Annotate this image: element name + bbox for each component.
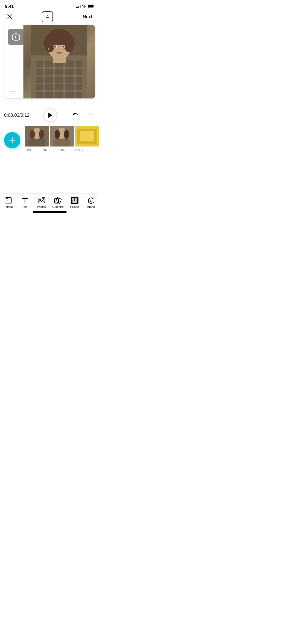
home-indicator	[33, 211, 67, 213]
svg-point-30	[30, 130, 35, 139]
ruler-dot-1	[31, 149, 33, 152]
ruler-mark-3: 0:06	[75, 149, 81, 152]
slide-more-button[interactable]: ···	[9, 88, 16, 95]
svg-rect-54	[72, 198, 74, 201]
svg-point-21	[54, 46, 56, 48]
next-button[interactable]: Next	[81, 12, 94, 22]
svg-text:L: L	[15, 35, 17, 39]
svg-rect-1	[88, 5, 93, 7]
svg-point-31	[39, 130, 44, 139]
svg-point-24	[48, 48, 49, 50]
toolbar-items: Format Text Ph	[0, 194, 99, 210]
svg-rect-55	[75, 198, 77, 201]
svg-text:L: L	[90, 199, 92, 202]
brand-icon: L	[87, 197, 95, 204]
svg-rect-37	[53, 139, 70, 147]
playback-actions	[71, 110, 95, 120]
timeline-ruler: 0:00 0:02 0:04 0:06	[25, 147, 99, 154]
playback-controls: 0:00.03/0:12	[4, 106, 95, 124]
wifi-icon	[82, 4, 86, 9]
photos-icon	[38, 197, 45, 204]
canvas-area: L	[0, 22, 99, 101]
ruler-mark-0: 0:00	[25, 149, 31, 152]
graphics-icon	[54, 197, 62, 204]
photos-label: Photos	[37, 205, 46, 208]
undo-button[interactable]	[71, 110, 81, 120]
svg-rect-56	[72, 201, 77, 203]
ruler-dot-3	[64, 149, 67, 152]
ruler-mark-2: 0:04	[59, 149, 64, 152]
ruler-dot-2	[48, 149, 50, 152]
toolbar-item-text[interactable]: Text	[17, 197, 33, 208]
palette-label: Palette	[70, 205, 79, 208]
toolbar-item-graphics[interactable]: Graphics	[50, 197, 66, 208]
close-button[interactable]	[5, 12, 14, 21]
format-label: Format	[4, 205, 13, 208]
slide-counter: 4	[42, 11, 53, 22]
slide-logo: L	[8, 29, 24, 45]
toolbar-item-brand[interactable]: L Brand	[83, 197, 99, 208]
status-bar: 9:41	[0, 0, 99, 11]
nav-bar: 4 Next	[0, 11, 99, 22]
slide-card[interactable]: L	[4, 25, 95, 99]
clip-3[interactable]	[75, 126, 99, 147]
timeline-playhead	[25, 126, 25, 154]
redo-button[interactable]	[85, 110, 95, 120]
slide-image	[23, 25, 95, 98]
clip-1[interactable]	[25, 126, 49, 147]
signal-icon	[76, 5, 80, 8]
play-button[interactable]	[43, 108, 57, 122]
ruler-dot-4	[81, 149, 84, 152]
clip-2[interactable]	[50, 126, 74, 147]
text-label: Text	[22, 205, 27, 208]
svg-point-23	[62, 46, 64, 48]
svg-point-19	[63, 34, 75, 52]
svg-point-18	[44, 34, 55, 52]
svg-point-36	[64, 130, 69, 139]
toolbar-item-palette[interactable]: Palette	[66, 197, 83, 208]
toolbar-item-photos[interactable]: Photos	[33, 197, 50, 208]
text-icon	[21, 197, 29, 204]
svg-point-35	[55, 130, 60, 139]
battery-icon	[88, 4, 94, 9]
svg-rect-41	[5, 198, 12, 203]
add-clip-button[interactable]	[4, 132, 20, 148]
timeline-clips	[25, 126, 99, 147]
status-icons	[76, 4, 94, 9]
ruler-mark-1: 0:02	[42, 149, 47, 152]
timeline-section: 0:00 0:02 0:04 0:06	[0, 126, 99, 154]
bottom-toolbar: Format Text Ph	[0, 193, 99, 215]
status-time: 9:41	[5, 4, 14, 9]
format-icon	[5, 197, 12, 204]
time-display: 0:00.03/0:12	[4, 113, 30, 118]
svg-rect-32	[29, 139, 45, 147]
palette-icon	[71, 197, 78, 204]
svg-rect-42	[6, 199, 8, 200]
toolbar-item-format[interactable]: Format	[0, 197, 17, 208]
brand-label: Brand	[87, 205, 95, 208]
svg-marker-25	[48, 113, 52, 118]
svg-rect-40	[80, 131, 94, 141]
graphics-label: Graphics	[52, 205, 63, 208]
playback-section: 0:00.03/0:12	[0, 106, 99, 124]
spacer	[0, 101, 99, 106]
